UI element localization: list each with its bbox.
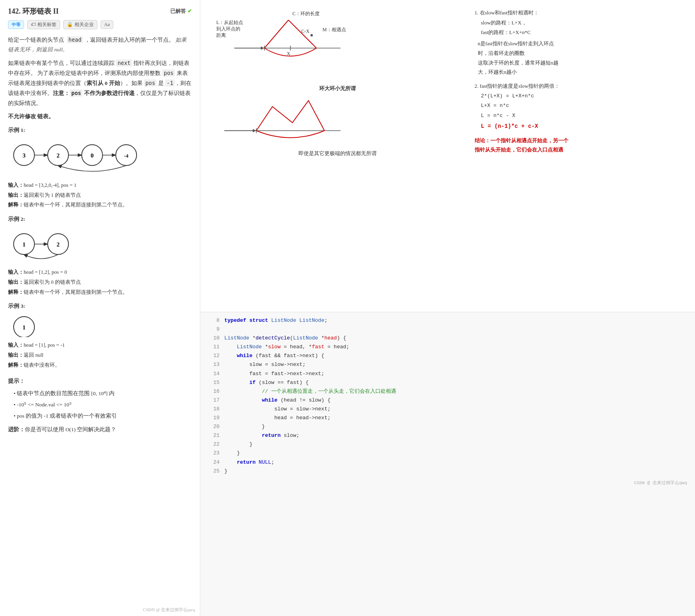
svg-text:3: 3 [22,152,26,159]
analysis-point1: 1. 在slow和fast指针相遇时： slow的路程：L+X， fast的路程… [475,8,683,77]
example1-section: 示例 1: 3 2 0 -4 [8,127,192,210]
formula2: L+X = n*c [481,101,683,111]
svg-text:C-X: C-X [301,28,310,34]
conclusion-text: 结论：一个指针从相遇点开始走，另一个指针从头开始走，它们会在入口点相遇 [475,136,683,154]
example2-diagram: 1 2 [8,226,192,264]
svg-text:L：从起始点: L：从起始点 [216,20,243,25]
label-env-size: 环大环小无所谓 [212,85,463,92]
code-line-25: 25 } [208,467,687,476]
example1-diagram: 3 2 0 -4 [8,137,192,177]
example1-info: 输入：head = [3,2,0,-4], pos = 1 输出：返回索引为 1… [8,180,192,210]
svg-text:距离: 距离 [216,32,226,38]
code-panel: 8 typedef struct ListNode ListNode; 9 10… [200,312,695,616]
formula4: L = (n-1)*c + c-X [481,121,683,132]
label-extreme: 即使是其它更极端的情况都无所谓 [212,150,463,157]
svg-text:M：相遇点: M：相遇点 [322,27,346,32]
svg-text:2: 2 [56,152,60,159]
related-tags-btn[interactable]: 🏷 相关标签 [27,20,60,29]
point1-note2: 这取决于环的长度，通常环越短n越大，环越长n越小 [478,59,683,78]
svg-text:1: 1 [22,324,26,331]
code-line-21: 21 return slow; [208,431,687,440]
formula1: 2*(L+X) = L+X+n*c [481,91,683,101]
point1-note: n是fast指针在slow指针走到入环点时，沿着环走的圈数 [478,39,683,59]
example2-title: 示例 2: [8,216,192,223]
code-line-22: 22 } [208,440,687,449]
hint-advanced: 进阶：你是否可以使用 O(1) 空间解决此题？ [8,425,192,434]
tags-row: 中等 🏷 相关标签 🔒 相关企业 Aa [8,20,192,29]
no-modify-text: 不允许修改 链表。 [8,113,192,120]
watermark: CSDN @ 念来过倒字么qwq [143,607,195,613]
svg-line-24 [264,20,288,48]
point1-title: 1. 在slow和fast指针相遇时： [475,8,683,18]
example3-section: 示例 3: 1 输入：head = [1], pos = -1 输出：返回 nu… [8,303,192,370]
svg-line-25 [288,20,316,48]
lock-icon: 🔒 [67,22,73,28]
font-btn[interactable]: Aa [101,20,113,29]
solved-status: 已解答 ✔ [170,8,192,15]
svg-text:1: 1 [22,241,26,248]
problem-title-text: 142. 环形链表 II [8,6,59,16]
code-line-13: 13 slow = slow->next; [208,360,687,369]
main-diagram-svg: L：从起始点 到入环点的 距离 C：环的长度 M：相遇点 [212,8,349,80]
code-watermark: CSDN @ 念来过倒字么qwq [208,480,687,486]
code-line-17: 17 while (head != slow) { [208,396,687,405]
example3-info: 输入：head = [1], pos = -1 输出：返回 null 解释：链表… [8,340,192,370]
svg-point-31 [310,34,313,36]
code-line-8: 8 typedef struct ListNode ListNode; [208,316,687,325]
solved-icon: ✔ [187,8,192,14]
problem-description: 给定一个链表的头节点 head ，返回链表开始入环的第一个节点。 如果链表无环，… [8,35,192,108]
code-line-23: 23 } [208,449,687,458]
example1-title: 示例 1: [8,127,192,134]
example3-title: 示例 3: [8,303,192,310]
point1-fast: fast的路程：L+X+n*C [481,28,683,38]
code-line-14: 14 fast = fast->next->next; [208,370,687,378]
hint-item-1: • 链表中节点的数目范围在范围 [0, 10⁴] 内 [14,389,192,398]
code-line-15: 15 if (slow == fast) { [208,378,687,387]
svg-text:X: X [287,51,290,57]
related-company-btn[interactable]: 🔒 相关企业 [63,20,97,29]
code-line-20: 20 } [208,422,687,431]
code-line-9: 9 [208,325,687,334]
code-line-12: 12 while (fast && fast->next) { [208,351,687,360]
right-top: L：从起始点 到入环点的 距离 C：环的长度 M：相遇点 [200,0,695,312]
formula3: L = n*c - X [481,111,683,121]
hint-item-3: • pos 的值为 -1 或者链表中的一个有效索引 [14,411,192,421]
example3-diagram: 1 [8,313,192,337]
example2-info: 输入：head = [1,2], pos = 0 输出：返回索引为 0 的链表节… [8,267,192,297]
extreme-diagram-svg [212,95,349,147]
svg-text:C：环的长度: C：环的长度 [292,11,320,16]
tag-icon: 🏷 [31,22,36,28]
code-line-11: 11 ListNode *slow = head, *fast = head; [208,343,687,351]
difficulty-tag[interactable]: 中等 [8,20,24,29]
code-line-16: 16 // 一个从相遇位置走，一个从头走，它们会在入口处相遇 [208,387,687,396]
point1-slow: slow的路程：L+X， [481,18,683,28]
code-line-19: 19 head = head->next; [208,414,687,422]
hint-item-2: • -10⁵ <= Node.val <= 10⁵ [14,400,192,410]
svg-text:0: 0 [91,152,94,159]
diagrams-column: L：从起始点 到入环点的 距离 C：环的长度 M：相遇点 [212,8,463,157]
code-line-18: 18 slow = slow->next; [208,405,687,414]
svg-text:2: 2 [56,241,60,248]
left-panel: 142. 环形链表 II 已解答 ✔ 中等 🏷 相关标签 🔒 相关企业 Aa 给… [0,0,200,616]
code-line-10: 10 ListNode *detectCycle(ListNode *head)… [208,334,687,343]
analysis-point2: 2. fast指针的速度是slow指针的两倍： 2*(L+X) = L+X+n*… [475,81,683,131]
example2-section: 示例 2: 1 2 输入：head = [1,2], pos = 0 输出：返回… [8,216,192,297]
hints-section: 提示： • 链表中节点的数目范围在范围 [0, 10⁴] 内 • -10⁵ <=… [8,376,192,434]
code-line-24: 24 return NULL; [208,458,687,467]
point2-title: 2. fast指针的速度是slow指针的两倍： [475,81,683,91]
svg-text:-4: -4 [124,153,129,159]
analysis-column: 1. 在slow和fast指针相遇时： slow的路程：L+X， fast的路程… [475,8,683,154]
problem-title: 142. 环形链表 II 已解答 ✔ [8,6,192,16]
right-panel: L：从起始点 到入环点的 距离 C：环的长度 M：相遇点 [200,0,695,616]
head-code: head [67,36,83,43]
hints-title: 提示： [8,376,192,386]
svg-text:到入环点的: 到入环点的 [216,26,240,32]
